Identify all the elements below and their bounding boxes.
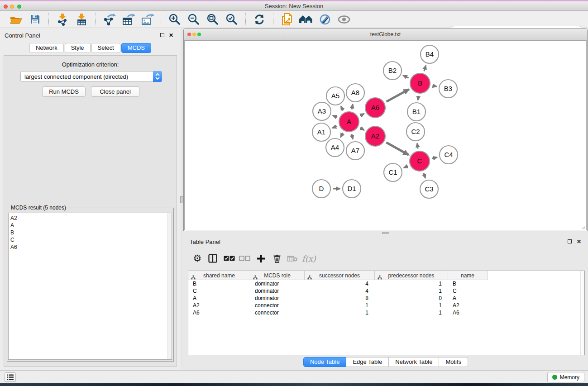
tab-style[interactable]: Style <box>65 43 91 53</box>
tab-edge-table[interactable]: Edge Table <box>346 357 389 367</box>
float-panel-icon[interactable] <box>568 239 572 243</box>
graph-edge-C-C1[interactable] <box>404 166 408 168</box>
delete-column-trash-icon[interactable] <box>271 252 283 265</box>
node-table[interactable]: shared nameMCDS rolesuccessor nodesprede… <box>188 271 585 355</box>
graph-edge-A-A5[interactable] <box>341 106 343 110</box>
tab-node-table[interactable]: Node Table <box>303 357 347 367</box>
zoom-selected-icon[interactable] <box>225 12 239 27</box>
eye-icon[interactable] <box>337 12 351 27</box>
table-cell[interactable]: dominator <box>250 295 305 302</box>
deselect-all-icon[interactable] <box>239 252 250 265</box>
table-cell[interactable]: 8 <box>305 295 375 302</box>
tab-motifs[interactable]: Motifs <box>439 357 468 367</box>
close-panel-icon[interactable]: ✕ <box>169 32 173 38</box>
table-cell[interactable]: A2 <box>188 302 250 309</box>
network-file-icon[interactable] <box>280 12 294 27</box>
open-file-icon[interactable] <box>9 12 23 27</box>
result-scrollbar[interactable] <box>167 213 172 359</box>
table-cell[interactable]: 1 <box>305 309 375 316</box>
graph-edge-A2-C[interactable] <box>386 143 408 155</box>
table-cell[interactable]: A6 <box>448 309 488 316</box>
graph-edge-B-B2[interactable] <box>403 76 409 78</box>
graph-edge-A-A6[interactable] <box>360 114 364 116</box>
network-window-titlebar[interactable]: testGlobe.txt <box>184 29 587 40</box>
zoom-in-icon[interactable] <box>167 12 182 27</box>
table-cell[interactable]: dominator <box>250 287 305 295</box>
hide-graphics-icon[interactable] <box>318 12 332 27</box>
table-cell[interactable]: 1 <box>375 309 448 316</box>
table-cell[interactable]: C <box>188 287 250 295</box>
optimization-criterion-select[interactable]: largest connected component (directed) <box>20 71 162 82</box>
tab-select[interactable]: Select <box>91 43 120 53</box>
graph-edge-C-C3[interactable] <box>424 173 425 178</box>
tab-network-table[interactable]: Network Table <box>389 357 439 367</box>
network-graph[interactable]: AA1A2A3A4A5A6A7A8BB1B2B3B4CC1C2C3C4DD1 <box>185 41 587 230</box>
table-settings-gear-icon[interactable]: ⚙ <box>191 252 203 265</box>
column-header-shared-name[interactable]: shared name <box>188 271 250 280</box>
result-item[interactable]: B <box>10 229 172 236</box>
close-panel-button[interactable]: Close panel <box>91 86 139 97</box>
select-all-icon[interactable] <box>223 252 235 265</box>
table-cell[interactable]: 1 <box>375 287 448 295</box>
run-mcds-button[interactable]: Run MCDS <box>42 86 86 97</box>
zoom-out-icon[interactable] <box>186 12 201 27</box>
column-header-name[interactable]: name <box>448 271 488 280</box>
table-cell[interactable]: dominator <box>250 280 305 287</box>
column-header-predecessor-nodes[interactable]: predecessor nodes <box>375 271 448 280</box>
zoom-fit-icon[interactable] <box>206 12 220 27</box>
import-network-icon[interactable] <box>55 12 70 27</box>
graph-edge-B-B4[interactable] <box>424 66 426 71</box>
graph-edge-C-C2[interactable] <box>417 143 418 149</box>
table-cell[interactable]: 1 <box>375 280 448 287</box>
graph-edge-A-A2[interactable] <box>360 128 364 130</box>
graph-edge-B-B3[interactable] <box>432 86 436 86</box>
result-item[interactable]: A6 <box>10 243 172 251</box>
home-icon[interactable] <box>299 12 313 27</box>
result-item[interactable]: A2 <box>10 214 172 222</box>
table-cell[interactable]: 0 <box>375 295 448 302</box>
table-row[interactable]: Bdominator41B <box>188 280 584 287</box>
graph-edge-A-A8[interactable] <box>352 104 353 109</box>
save-session-icon[interactable] <box>28 12 42 27</box>
memory-button[interactable]: Memory <box>547 372 584 382</box>
split-handle[interactable] <box>382 232 389 234</box>
column-visibility-icon[interactable] <box>207 252 219 265</box>
table-cell[interactable]: A2 <box>448 302 488 309</box>
table-row[interactable]: A6connector11A6 <box>188 309 584 316</box>
table-row[interactable]: Adominator80A <box>188 295 584 302</box>
graph-edge-B-B1[interactable] <box>418 96 418 100</box>
table-cell[interactable]: B <box>188 280 250 287</box>
graph-edge-A6-B[interactable] <box>387 89 409 101</box>
export-image-icon[interactable] <box>140 12 154 27</box>
table-row[interactable]: A2connector11A2 <box>188 302 584 309</box>
table-cell[interactable]: 4 <box>305 280 375 287</box>
result-item[interactable]: A <box>10 222 172 229</box>
tab-mcds[interactable]: MCDS <box>121 43 151 53</box>
column-header-MCDS-role[interactable]: MCDS role <box>250 271 305 280</box>
table-cell[interactable]: connector <box>250 309 305 316</box>
table-cell[interactable]: 1 <box>305 302 375 309</box>
export-table-icon[interactable] <box>121 12 135 27</box>
table-cell[interactable]: 4 <box>305 287 375 295</box>
graph-edge-A-A1[interactable] <box>332 126 337 128</box>
add-column-icon[interactable] <box>255 252 267 265</box>
graph-edge-A-A3[interactable] <box>333 115 337 117</box>
import-table-icon[interactable] <box>74 12 89 27</box>
table-cell[interactable]: A <box>448 295 488 302</box>
float-panel-icon[interactable] <box>160 33 164 37</box>
graph-edge-A-A7[interactable] <box>352 134 353 139</box>
resize-grip-icon[interactable] <box>580 224 586 229</box>
graph-edge-C-C4[interactable] <box>432 157 437 158</box>
table-cell[interactable]: A <box>188 295 250 302</box>
mcds-result-list[interactable]: A2ABCA6 <box>8 213 172 360</box>
table-cell[interactable]: connector <box>250 302 305 309</box>
export-network-icon[interactable] <box>102 12 116 27</box>
divider-handle[interactable] <box>180 196 183 203</box>
column-header-successor-nodes[interactable]: successor nodes <box>305 271 375 280</box>
table-row[interactable]: Cdominator41C <box>188 287 584 295</box>
task-history-button[interactable] <box>5 372 16 382</box>
result-item[interactable]: C <box>10 236 172 243</box>
graph-edge-A-A4[interactable] <box>340 133 343 138</box>
table-cell[interactable]: A6 <box>188 309 250 316</box>
refresh-icon[interactable] <box>252 12 267 27</box>
